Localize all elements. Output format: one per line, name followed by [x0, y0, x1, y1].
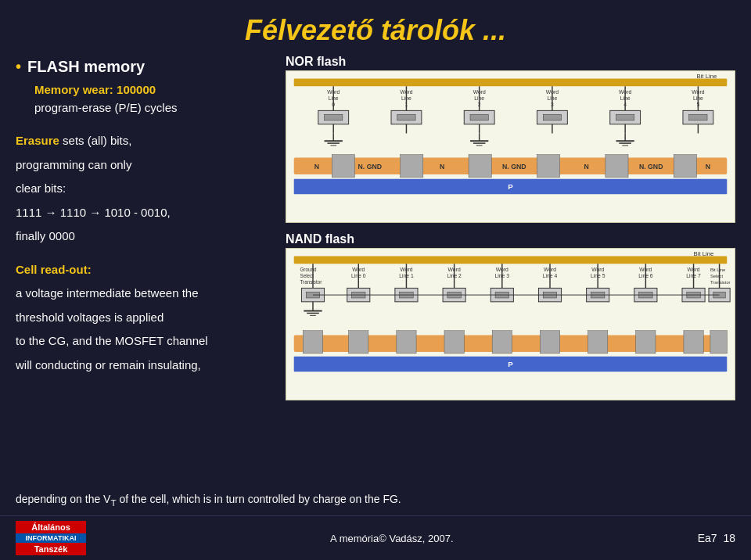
clear-bits-text: clear bits: — [16, 180, 274, 198]
content-area: • FLASH memory Memory wear: 100000 progr… — [0, 55, 751, 491]
svg-text:Bit Line: Bit Line — [694, 250, 714, 257]
nor-svg: Bit Line Word Line 0 Word Line 1 Word Li… — [286, 71, 735, 222]
svg-text:N. GND: N. GND — [639, 163, 663, 171]
nor-wrapper: NOR flash Bit Line Word Line 0 Word Line… — [286, 55, 735, 223]
programming-text: programming can only — [16, 156, 274, 174]
left-panel: • FLASH memory Memory wear: 100000 progr… — [16, 55, 282, 491]
svg-rect-148 — [588, 331, 608, 354]
svg-rect-33 — [470, 114, 488, 120]
cell-text2: threshold voltages is applied — [16, 309, 274, 327]
svg-rect-147 — [540, 331, 559, 354]
logo: Általános INFORMATIKAI Tanszék — [16, 521, 86, 555]
svg-rect-144 — [397, 331, 416, 354]
svg-rect-27 — [325, 114, 343, 120]
svg-rect-65 — [401, 155, 423, 178]
svg-rect-142 — [303, 331, 322, 354]
logo-line1: Általános — [16, 521, 86, 533]
bottom-text: depending on the VT of the cell, which i… — [0, 491, 751, 515]
svg-text:Bit Line: Bit Line — [696, 73, 717, 80]
slide-number: 18 — [723, 532, 735, 544]
footer-center-text: A memória© Vadász, 2007. — [330, 533, 453, 544]
svg-rect-146 — [492, 331, 512, 354]
svg-rect-64 — [332, 155, 354, 178]
nand-title: NAND flash — [286, 232, 735, 246]
nand-svg: Bit Line Ground Select Transistor Word L… — [286, 249, 735, 400]
svg-rect-36 — [543, 114, 561, 120]
svg-text:Bit Line: Bit Line — [710, 267, 725, 272]
svg-rect-39 — [616, 114, 634, 120]
flash-label: FLASH memory — [27, 55, 145, 78]
svg-text:N: N — [314, 163, 319, 171]
bullet-dot: • — [16, 55, 21, 78]
nand-wrapper: NAND flash Bit Line Ground Select Transi… — [286, 232, 735, 400]
svg-rect-67 — [537, 155, 559, 178]
logo-line3: Tanszék — [16, 543, 86, 555]
svg-text:Transistor: Transistor — [710, 280, 731, 285]
erasure-line: Erasure sets (all) bits, — [16, 132, 274, 150]
svg-rect-69 — [674, 155, 696, 178]
logo-line2: INFORMATIKAI — [16, 533, 86, 543]
svg-text:P: P — [508, 182, 513, 191]
finally-text: finally 0000 — [16, 228, 274, 246]
cell-text3: to the CG, and the MOSFET channel — [16, 332, 274, 350]
bottom-sub: T — [110, 497, 116, 508]
erasure-text: sets (all) bits, — [59, 134, 132, 147]
right-panel: NOR flash Bit Line Word Line 0 Word Line… — [282, 55, 735, 491]
svg-text:P: P — [508, 360, 513, 368]
nor-diagram: Bit Line Word Line 0 Word Line 1 Word Li… — [286, 70, 735, 223]
svg-rect-42 — [689, 114, 707, 120]
svg-rect-72 — [294, 257, 728, 264]
svg-text:Ground: Ground — [300, 267, 317, 272]
svg-text:Select: Select — [710, 274, 724, 278]
flash-bullet: • FLASH memory — [16, 55, 274, 78]
nand-diagram: Bit Line Ground Select Transistor Word L… — [286, 248, 735, 400]
memory-wear-label: Memory wear: 100000 — [34, 81, 274, 99]
footer-page: Ea7 18 — [698, 532, 735, 544]
svg-text:N: N — [440, 163, 444, 171]
erasure-label: Erasure — [16, 134, 59, 147]
svg-rect-149 — [636, 331, 656, 354]
svg-rect-66 — [469, 155, 491, 178]
svg-rect-68 — [605, 155, 628, 178]
svg-text:N: N — [584, 163, 588, 171]
svg-text:N: N — [706, 163, 710, 171]
svg-text:Transistor: Transistor — [300, 279, 322, 285]
svg-text:N. GND: N. GND — [358, 163, 383, 171]
nor-title: NOR flash — [286, 55, 735, 69]
slide-title: Félvezető tárolók ... — [245, 14, 506, 46]
bottom-prefix: depending on the V — [16, 493, 110, 505]
svg-rect-143 — [349, 331, 368, 354]
slide: Félvezető tárolók ... • FLASH memory Mem… — [0, 0, 751, 560]
svg-rect-0 — [294, 79, 728, 87]
bits-sequence: 1111 → 1110 → 1010 - 0010, — [16, 204, 274, 222]
svg-rect-150 — [684, 331, 703, 354]
cell-readout-label: Cell read-out: — [16, 261, 274, 279]
title-bar: Félvezető tárolók ... — [0, 0, 751, 55]
footer: Általános INFORMATIKAI Tanszék A memória… — [0, 515, 751, 560]
svg-rect-145 — [444, 331, 464, 354]
cell-text1: a voltage intermediate between the — [16, 285, 274, 303]
bottom-suffix: of the cell, which is in turn controlled… — [117, 493, 401, 505]
memory-wear-sub: program-erase (P/E) cycles — [34, 99, 274, 117]
cell-text4: will conducting or remain insulating, — [16, 357, 274, 375]
cell-label: Cell read-out: — [16, 263, 92, 276]
svg-rect-151 — [710, 331, 727, 354]
svg-text:Select: Select — [300, 273, 314, 278]
page-label: Ea7 — [698, 532, 717, 544]
svg-text:N. GND: N. GND — [502, 163, 526, 171]
svg-rect-30 — [397, 114, 415, 120]
